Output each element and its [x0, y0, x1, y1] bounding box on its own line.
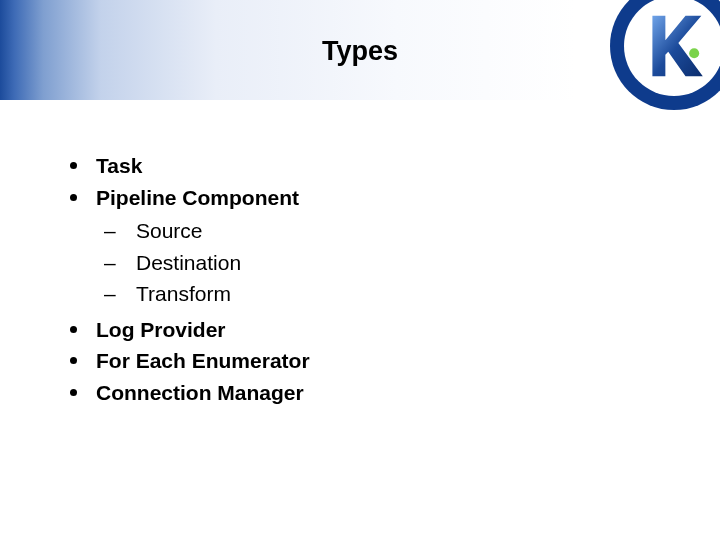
list-item: Connection Manager: [70, 377, 630, 409]
list-item: Task: [70, 150, 630, 182]
sub-list-item: – Transform: [96, 278, 630, 310]
bullet-icon: [70, 194, 77, 201]
sub-list-item-label: Destination: [136, 251, 241, 274]
dash-icon: –: [104, 278, 116, 310]
sub-list-item: – Destination: [96, 247, 630, 279]
bullet-icon: [70, 326, 77, 333]
sub-list-item-label: Transform: [136, 282, 231, 305]
svg-point-0: [689, 48, 699, 58]
sub-bullet-list: – Source – Destination – Transform: [96, 215, 630, 310]
list-item-label: For Each Enumerator: [96, 349, 310, 372]
bullet-icon: [70, 389, 77, 396]
bullet-icon: [70, 357, 77, 364]
content-area: Task Pipeline Component – Source – Desti…: [70, 150, 630, 408]
dash-icon: –: [104, 215, 116, 247]
list-item: Pipeline Component – Source – Destinatio…: [70, 182, 630, 310]
list-item: For Each Enumerator: [70, 345, 630, 377]
dash-icon: –: [104, 247, 116, 279]
slide: Types Task: [0, 0, 720, 540]
list-item: Log Provider: [70, 314, 630, 346]
list-item-label: Connection Manager: [96, 381, 304, 404]
bullet-list: Task Pipeline Component – Source – Desti…: [70, 150, 630, 408]
logo-k-icon: [610, 0, 720, 110]
sub-list-item-label: Source: [136, 219, 203, 242]
brand-logo: [610, 0, 720, 110]
list-item-label: Task: [96, 154, 142, 177]
list-item-label: Pipeline Component: [96, 186, 299, 209]
list-item-label: Log Provider: [96, 318, 226, 341]
bullet-icon: [70, 162, 77, 169]
sub-list-item: – Source: [96, 215, 630, 247]
